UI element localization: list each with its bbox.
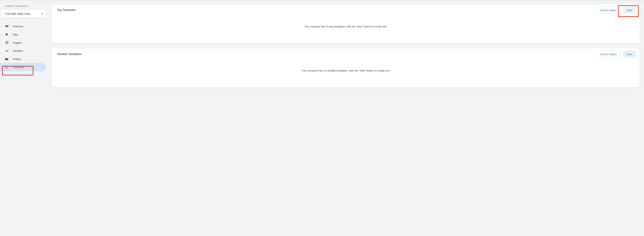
sidebar-item-label: Triggers [12,41,22,44]
card-title: Tag Templates [57,8,76,12]
empty-state-text: This container has no tag templates, cli… [52,15,640,43]
variable-templates-card: Variable Templates Search Gallery New Th… [52,48,640,87]
sidebar-item-folders[interactable]: Folders [0,55,46,63]
workspace-selector[interactable]: Core Web Vitals meas... [2,9,46,18]
overview-icon [5,24,9,28]
workspace-section-label: CURRENT WORKSPACE [0,3,48,9]
tag-icon [5,32,9,36]
card-title: Variable Templates [57,52,82,56]
workspace-name: Core Web Vitals meas... [5,12,32,15]
card-header: Tag Templates Search Gallery New [52,4,640,15]
card-header: Variable Templates Search Gallery New [52,48,640,59]
tag-templates-card: Tag Templates Search Gallery New This co… [52,4,640,43]
sidebar-item-label: Folders [12,57,21,60]
main-content: Tag Templates Search Gallery New This co… [48,0,644,98]
search-gallery-button[interactable]: Search Gallery [596,7,621,13]
sidebar-item-templates[interactable]: Templates [0,63,46,71]
empty-state-text: This container has no variable templates… [52,59,640,87]
sidebar-item-tags[interactable]: Tags [0,30,46,38]
new-button[interactable]: New [623,51,636,57]
card-actions: Search Gallery New [596,51,636,57]
sidebar-item-variables[interactable]: Variables [0,47,46,55]
variable-icon [5,49,9,53]
sidebar-item-label: Tags [12,33,18,36]
new-button[interactable]: New [623,7,636,13]
sidebar-item-label: Templates [12,66,24,69]
sidebar: CURRENT WORKSPACE Core Web Vitals meas..… [0,0,48,98]
folder-icon [5,57,9,61]
sidebar-item-overview[interactable]: Overview [0,22,46,30]
svg-point-1 [6,42,7,43]
trigger-icon [5,40,9,45]
sidebar-item-label: Variables [12,49,23,52]
sidebar-item-label: Overview [12,25,23,28]
card-actions: Search Gallery New [596,7,636,13]
search-gallery-button[interactable]: Search Gallery [596,51,621,57]
sidebar-nav: Overview Tags Triggers Var [0,22,48,71]
template-icon [5,65,9,69]
sidebar-item-triggers[interactable]: Triggers [0,38,46,47]
chevron-right-icon [40,12,44,15]
